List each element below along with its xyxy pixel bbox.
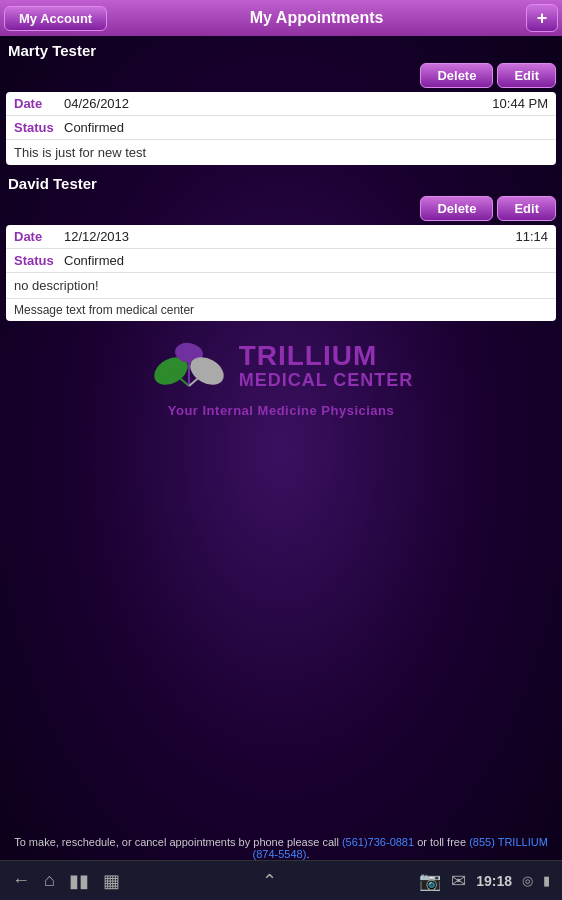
camera-icon: 📷 (419, 870, 441, 892)
date-row-1: Date 04/26/2012 10:44 PM (6, 92, 556, 116)
status-row-1: Status Confirmed (6, 116, 556, 140)
time-value-2: 11:14 (515, 229, 548, 244)
delete-button-1[interactable]: Delete (420, 63, 493, 88)
message-2: Message text from medical center (6, 298, 556, 321)
home-icon[interactable]: ⌂ (44, 870, 55, 891)
action-buttons-2: Delete Edit (6, 196, 556, 221)
delete-button-2[interactable]: Delete (420, 196, 493, 221)
appointment-card-2: Date 12/12/2013 11:14 Status Confirmed n… (6, 225, 556, 321)
my-account-button[interactable]: My Account (4, 6, 107, 31)
status-value-1: Confirmed (64, 120, 548, 135)
screenshot-icon[interactable]: ▦ (103, 870, 120, 892)
description-2: no description! (6, 273, 556, 298)
date-value-2: 12/12/2013 (64, 229, 515, 244)
system-time: 19:18 (476, 873, 512, 889)
date-label-1: Date (14, 96, 64, 111)
appointment-section-1: Marty Tester Delete Edit Date 04/26/2012… (6, 42, 556, 165)
status-row-2: Status Confirmed (6, 249, 556, 273)
edit-button-2[interactable]: Edit (497, 196, 556, 221)
footer-text: To make, reschedule, or cancel appointme… (0, 836, 562, 860)
description-1: This is just for new test (6, 140, 556, 165)
patient-name-2: David Tester (6, 175, 556, 192)
status-label-2: Status (14, 253, 64, 268)
nav-left: ← ⌂ ▮▮ ▦ (12, 870, 120, 892)
logo-area: TRILLIUM MEDICAL CENTER Your Internal Me… (6, 331, 556, 418)
back-icon[interactable]: ← (12, 870, 30, 891)
appointment-section-2: David Tester Delete Edit Date 12/12/2013… (6, 175, 556, 321)
time-value-1: 10:44 PM (492, 96, 548, 111)
main-content: Marty Tester Delete Edit Date 04/26/2012… (0, 36, 562, 900)
logo-container: TRILLIUM MEDICAL CENTER (149, 331, 414, 401)
logo-brand: TRILLIUM (239, 342, 414, 370)
trillium-logo-icon (149, 331, 229, 401)
status-label-1: Status (14, 120, 64, 135)
footer-text-between: or toll free (414, 836, 469, 848)
logo-sub: MEDICAL CENTER (239, 370, 414, 391)
home-center-icon[interactable]: ⌃ (262, 870, 277, 892)
add-appointment-button[interactable]: + (526, 4, 558, 32)
appointment-card-1: Date 04/26/2012 10:44 PM Status Confirme… (6, 92, 556, 165)
recents-icon[interactable]: ▮▮ (69, 870, 89, 892)
bottom-nav-bar: ← ⌂ ▮▮ ▦ ⌃ 📷 ✉ 19:18 ◎ ▮ (0, 860, 562, 900)
edit-button-1[interactable]: Edit (497, 63, 556, 88)
battery-icon: ▮ (543, 873, 550, 888)
date-value-1: 04/26/2012 (64, 96, 492, 111)
footer-text-before: To make, reschedule, or cancel appointme… (14, 836, 342, 848)
wifi-icon: ◎ (522, 873, 533, 888)
date-row-2: Date 12/12/2013 11:14 (6, 225, 556, 249)
logo-tagline: Your Internal Medicine Physicians (168, 403, 395, 418)
status-value-2: Confirmed (64, 253, 548, 268)
phone-link-1[interactable]: (561)736-0881 (342, 836, 414, 848)
page-title: My Appointments (107, 9, 526, 27)
logo-text: TRILLIUM MEDICAL CENTER (239, 342, 414, 391)
patient-name-1: Marty Tester (6, 42, 556, 59)
header: My Account My Appointments + (0, 0, 562, 36)
footer-text-after: . (306, 848, 309, 860)
date-label-2: Date (14, 229, 64, 244)
mail-icon: ✉ (451, 870, 466, 892)
nav-right: 📷 ✉ 19:18 ◎ ▮ (419, 870, 550, 892)
action-buttons-1: Delete Edit (6, 63, 556, 88)
